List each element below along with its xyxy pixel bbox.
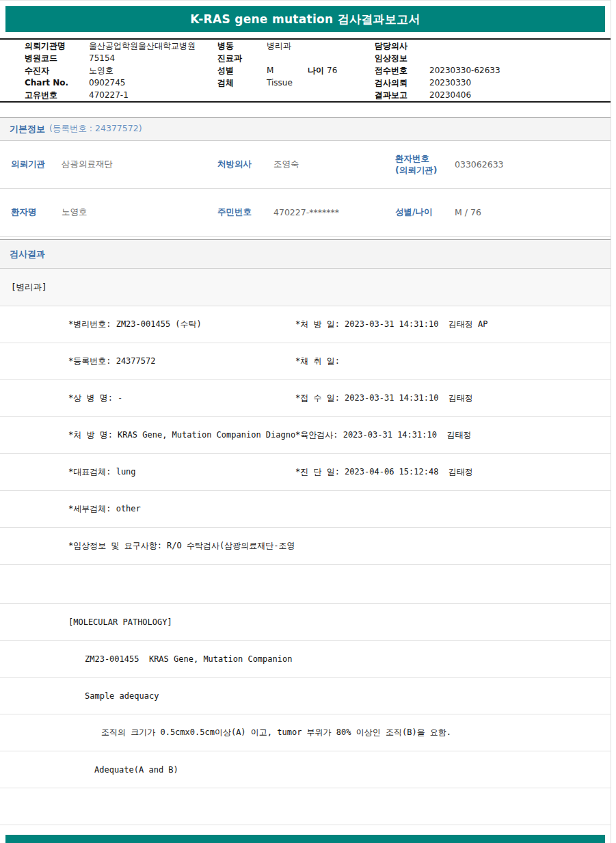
info-value: 조영숙 [273,159,299,170]
section-registration-number: (등록번호 : 24377572) [49,123,142,135]
ward-label: 병동 [217,40,267,52]
result-detail-right: *접 수 일: 2023-03-31 14:31:10 김태정 [295,392,611,404]
adequacy-criteria-row: 조직의 크기가 0.5cmx0.5cm이상(A) 이고, tumor 부위가 8… [0,714,611,751]
field-label: Chart No. [25,78,89,88]
age-value: 76 [327,66,337,75]
result-detail-left: *대표검체: lung [0,466,295,478]
patient-summary: 의뢰기관명 울산공업학원울산대학교병원 병원코드 75154 수진자 노영호 C… [0,38,611,103]
sex-value: M [267,66,308,75]
field-label: 담당의사 [375,40,429,52]
field-row: 담당의사 [375,40,611,52]
field-row: 검체 Tissue [217,77,375,89]
info-label: 환자명 [11,206,62,218]
info-label: 환자번호 (의뢰기관) [395,153,455,176]
report-line-test: ZM23-001455 KRAS Gene, Mutation Companio… [85,654,292,664]
result-detail-row: *처 방 명: KRAS Gene, Mutation Companion Di… [0,417,611,454]
report-page: K-RAS gene mutation 검사결과보고서 의뢰기관명 울산공업학원… [0,0,611,843]
report-line-adequacy-header: Sample adequacy [85,691,159,701]
field-label: 검사의뢰 [375,77,429,89]
info-value: M / 76 [455,207,481,217]
field-value: 노영호 [89,65,113,77]
result-detail-row: *등록번호: 24377572 *채 취 일: [0,343,611,380]
field-label: 결과보고 [375,90,429,101]
info-label: 성별/나이 [395,206,455,218]
report-line-criteria: 조직의 크기가 0.5cmx0.5cm이상(A) 이고, tumor 부위가 8… [101,727,451,738]
report-title-bar: K-RAS gene mutation 검사결과보고서 [5,6,605,32]
field-row: 의뢰기관명 울산공업학원울산대학교병원 [25,40,217,52]
field-label: 병원코드 [25,53,89,64]
molecular-pathology-header-row: [MOLECULAR PATHOLOGY] [0,604,611,641]
field-row: 병동 병리과 [217,40,375,52]
field-label: 의뢰기관명 [25,40,89,52]
info-label: 주민번호 [217,206,273,218]
results-section-header: 검사결과 [0,239,611,269]
field-value: 20230406 [429,90,471,100]
basic-info-table: 의뢰기관 삼광의료재단 처방의사 조영숙 환자번호 (의뢰기관) 0330626… [0,141,611,237]
result-detail-left: *병리번호: ZM23-001455 (수탁) [0,319,295,330]
result-detail-row: *대표검체: lung *진 단 일: 2023-04-06 15:12:48 … [0,454,611,491]
result-detail-row: *병리번호: ZM23-001455 (수탁) *처 방 일: 2023-03-… [0,306,611,343]
field-value: 75154 [89,53,115,63]
field-row: 검사의뢰 20230330 [375,77,611,89]
spacer-row [0,565,611,604]
report-footer-bar [5,835,605,843]
department-label: 진료과 [217,53,267,64]
result-detail-left: *임상정보 및 요구사항: R/O 수탁검사(삼광의료재단-조영숙) [0,540,295,552]
field-row: 수진자 노영호 [25,64,217,77]
table-cell: 환자번호 (의뢰기관) 033062633 [395,153,611,176]
field-row: 임상정보 [375,52,611,64]
info-label: 의뢰기관 [11,159,62,170]
field-row: 병원코드 75154 [25,52,217,64]
result-detail-left: *등록번호: 24377572 [0,356,295,367]
section-title: 기본정보 [10,123,45,135]
info-label: 처방의사 [217,159,273,170]
table-row: 환자명 노영호 주민번호 470227-******* 성별/나이 M / 76 [0,189,611,237]
info-value: 노영호 [62,206,88,218]
table-cell: 환자명 노영호 [11,206,217,218]
field-value: 울산공업학원울산대학교병원 [89,40,196,52]
field-row: 결과보고 20230406 [375,89,611,101]
field-label: 고유번호 [25,90,89,101]
result-detail-left: *상 병 명: - [0,392,295,404]
sample-adequacy-row: Sample adequacy [0,678,611,714]
specimen-value: Tissue [267,78,293,88]
age-label: 나이 [308,65,327,77]
table-cell: 주민번호 470227-******* [217,206,395,218]
result-detail-left: *처 방 명: KRAS Gene, Mutation Companion Di… [0,429,295,441]
page-title: K-RAS gene mutation 검사결과보고서 [190,12,420,27]
field-row: 접수번호 20230330-62633 [375,64,611,77]
specimen-label: 검체 [217,77,267,89]
basic-info-section-header: 기본정보 (등록번호 : 24377572) [0,117,611,141]
field-label: 임상정보 [375,53,429,64]
field-row: 성별 M 나이 76 [217,64,375,77]
table-row: 의뢰기관 삼광의료재단 처방의사 조영숙 환자번호 (의뢰기관) 0330626… [0,141,611,189]
info-value: 033062633 [455,159,504,170]
field-value: 20230330-62633 [429,66,500,75]
patient-summary-col-middle: 병동 병리과 진료과 성별 M 나이 76 검체 Tissue [217,40,375,101]
ward-value: 병리과 [267,40,291,52]
field-label: 접수번호 [375,65,429,77]
result-detail-right: *처 방 일: 2023-03-31 14:31:10 김태정 AP [295,319,611,330]
report-line-section: [MOLECULAR PATHOLOGY] [68,617,172,627]
department-category-row: [병리과] [0,269,611,306]
department-category-label: [병리과] [11,282,47,293]
table-cell: 처방의사 조영숙 [217,159,395,170]
patient-summary-col-right: 담당의사 임상정보 접수번호 20230330-62633 검사의뢰 20230… [375,40,611,101]
results-section-title: 검사결과 [10,248,45,260]
table-cell: 성별/나이 M / 76 [395,206,611,218]
field-row: Chart No. 0902745 [25,77,217,89]
result-detail-row: *세부검체: other [0,491,611,528]
report-line-result: Adequate(A and B) [94,765,178,775]
result-detail-right: *채 취 일: [295,356,611,367]
test-name-row: ZM23-001455 KRAS Gene, Mutation Companio… [0,641,611,678]
result-detail-right: *육안검사: 2023-03-31 14:31:10 김태정 [295,429,611,441]
adequacy-result-row: Adequate(A and B) [0,751,611,788]
field-row: 고유번호 470227-1 [25,89,217,101]
field-value: 470227-1 [89,90,129,100]
result-detail-row: *임상정보 및 요구사항: R/O 수탁검사(삼광의료재단-조영숙) [0,528,611,565]
field-label: 수진자 [25,65,89,77]
info-value: 삼광의료재단 [62,159,113,170]
patient-summary-col-left: 의뢰기관명 울산공업학원울산대학교병원 병원코드 75154 수진자 노영호 C… [25,40,217,101]
sex-label: 성별 [217,65,267,77]
field-value: 20230330 [429,78,471,88]
